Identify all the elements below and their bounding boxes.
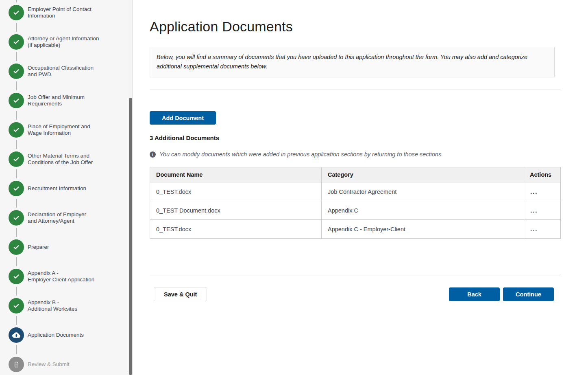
check-icon	[9, 151, 24, 167]
step-label: Review & Submit	[28, 361, 70, 368]
check-icon	[9, 34, 24, 50]
step-label: Job Offer and Minimum Requirements	[28, 94, 85, 107]
check-icon	[9, 5, 24, 20]
step-label: Place of Employment and Wage Information	[28, 123, 90, 137]
step-recruitment-information[interactable]: Recruitment Information	[9, 181, 86, 196]
category-cell: Appendix C - Employer-Client	[322, 220, 524, 239]
document-name-cell: 0_TEST.docx	[150, 182, 322, 201]
additional-documents-heading: 3 Additional Documents	[150, 134, 561, 141]
document-name-cell: 0_TEST.docx	[150, 220, 322, 239]
check-icon	[9, 122, 24, 138]
document-icon	[9, 357, 24, 372]
step-appendix-a[interactable]: Appendix A - Employer Client Application	[9, 269, 94, 284]
main-panel: Application Documents Below, you will fi…	[133, 0, 588, 375]
table-header-row: Document Name Category Actions	[150, 167, 561, 182]
category-cell: Appendix C	[322, 201, 524, 220]
form-footer: Save & Quit Back Continue	[150, 287, 560, 301]
step-label: Appendix A - Employer Client Application	[28, 270, 94, 283]
step-review-submit[interactable]: Review & Submit	[9, 357, 70, 372]
step-attorney-agent-information[interactable]: Attorney or Agent Information (if applic…	[9, 34, 99, 50]
info-icon: i	[150, 151, 156, 158]
cloud-upload-icon	[9, 327, 24, 343]
continue-button[interactable]: Continue	[503, 287, 554, 301]
check-icon	[9, 298, 24, 314]
section-divider	[150, 276, 560, 276]
info-note-row: i You can modify documents which were ad…	[150, 151, 561, 158]
add-document-button[interactable]: Add Document	[150, 111, 216, 125]
step-label: Attorney or Agent Information (if applic…	[28, 35, 99, 49]
step-label: Application Documents	[28, 332, 84, 339]
step-job-offer-minimum-requirements[interactable]: Job Offer and Minimum Requirements	[9, 93, 85, 108]
intro-note-text: Below, you will find a summary of docume…	[157, 54, 527, 70]
step-label: Employer Point of Contact Information	[28, 6, 91, 20]
page-title: Application Documents	[150, 19, 561, 35]
check-icon	[9, 64, 24, 79]
save-and-quit-button[interactable]: Save & Quit	[154, 287, 207, 301]
step-place-of-employment-wage[interactable]: Place of Employment and Wage Information	[9, 122, 90, 138]
step-label: Preparer	[28, 244, 49, 251]
column-header-document-name: Document Name	[150, 167, 322, 182]
intro-note-box: Below, you will find a summary of docume…	[150, 47, 555, 77]
check-icon	[9, 181, 24, 196]
step-label: Appendix B - Additional Worksites	[28, 299, 77, 313]
documents-table: Document Name Category Actions 0_TEST.do…	[150, 167, 561, 239]
check-icon	[9, 210, 24, 226]
step-employer-poc-information[interactable]: Employer Point of Contact Information	[9, 5, 91, 20]
step-declaration-employer-attorney[interactable]: Declaration of Employer and Attorney/Age…	[9, 210, 86, 226]
row-actions-menu-button[interactable]: ...	[530, 188, 538, 195]
row-actions-menu-button[interactable]: ...	[530, 226, 538, 232]
step-label: Other Material Terms and Conditions of t…	[28, 153, 93, 166]
step-other-material-terms[interactable]: Other Material Terms and Conditions of t…	[9, 151, 93, 167]
actions-cell: ...	[524, 220, 561, 239]
table-row: 0_TEST Document.docx Appendix C ...	[150, 201, 561, 220]
stepper-sidebar: Employer Point of Contact Information At…	[0, 0, 128, 375]
section-divider	[150, 90, 560, 90]
step-label: Recruitment Information	[28, 185, 86, 192]
step-label: Declaration of Employer and Attorney/Age…	[28, 211, 86, 225]
table-row: 0_TEST.docx Appendix C - Employer-Client…	[150, 220, 561, 239]
info-note-text: You can modify documents which were adde…	[159, 151, 443, 158]
column-header-actions: Actions	[524, 167, 561, 182]
actions-cell: ...	[524, 182, 561, 201]
column-header-category: Category	[322, 167, 524, 182]
sidebar-scrollbar-thumb[interactable]	[129, 98, 132, 375]
step-label: Occupational Classification and PWD	[28, 65, 94, 78]
check-icon	[9, 239, 24, 255]
check-icon	[9, 269, 24, 284]
step-occupational-classification[interactable]: Occupational Classification and PWD	[9, 64, 94, 79]
category-cell: Job Contractor Agreement	[322, 182, 524, 201]
step-appendix-b[interactable]: Appendix B - Additional Worksites	[9, 298, 77, 314]
back-button[interactable]: Back	[449, 287, 500, 301]
step-application-documents[interactable]: Application Documents	[9, 327, 84, 343]
document-name-cell: 0_TEST Document.docx	[150, 201, 322, 220]
check-icon	[9, 93, 24, 108]
table-row: 0_TEST.docx Job Contractor Agreement ...	[150, 182, 561, 201]
row-actions-menu-button[interactable]: ...	[530, 207, 538, 214]
sidebar-scrollbar-track[interactable]	[128, 0, 133, 375]
actions-cell: ...	[524, 201, 561, 220]
step-preparer[interactable]: Preparer	[9, 239, 49, 255]
